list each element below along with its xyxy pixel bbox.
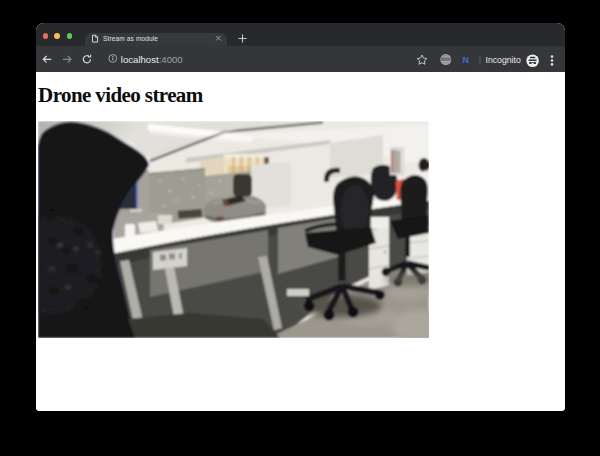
svg-text:N: N — [462, 55, 468, 65]
